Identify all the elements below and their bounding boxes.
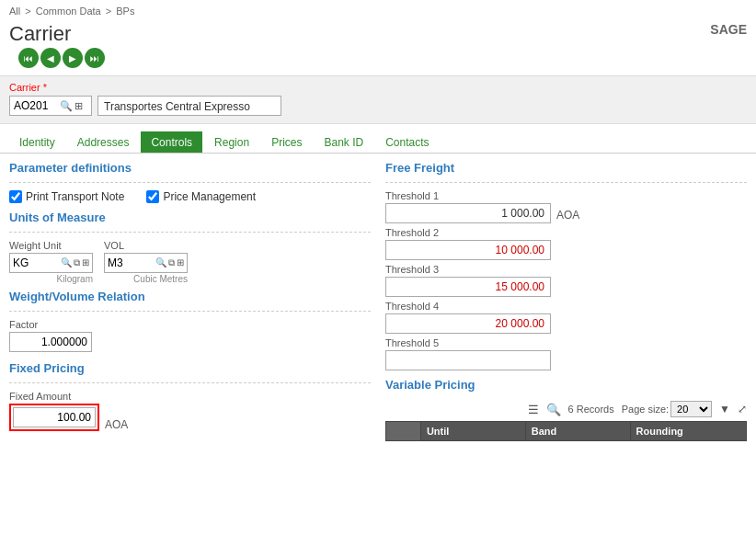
page-size-label: Page size: 20 50 100 bbox=[622, 401, 712, 417]
vp-col-until: Until bbox=[420, 422, 525, 441]
tab-addresses[interactable]: Addresses bbox=[67, 131, 140, 153]
search-icon[interactable]: 🔍 bbox=[60, 100, 73, 112]
units-field-row: Weight Unit 🔍 ⧉ ⊞ Kilogram VOL bbox=[9, 240, 371, 284]
nav-last-button[interactable]: ⏭ bbox=[85, 48, 105, 68]
fixed-amount-highlight bbox=[9, 404, 99, 431]
right-column: Free Freight Threshold 1 AOA Threshold 2… bbox=[385, 161, 747, 532]
list-view-icon[interactable]: ☰ bbox=[528, 403, 539, 416]
weight-unit-hint: Kilogram bbox=[9, 274, 93, 284]
threshold3-label: Threshold 3 bbox=[385, 264, 747, 275]
fixed-pricing-section-title: Fixed Pricing bbox=[9, 361, 371, 375]
print-transport-label: Print Transport Note bbox=[26, 190, 124, 203]
threshold4-input[interactable] bbox=[385, 313, 551, 334]
threshold3-group: Threshold 3 bbox=[385, 264, 747, 297]
tab-contacts[interactable]: Contacts bbox=[375, 131, 439, 153]
breadcrumb-all[interactable]: All bbox=[9, 6, 20, 17]
tabs: Identity Addresses Controls Region Price… bbox=[0, 124, 756, 154]
nav-prev-button[interactable]: ◀ bbox=[40, 48, 61, 68]
breadcrumb-common-data[interactable]: Common Data bbox=[36, 6, 101, 17]
vol-label: VOL bbox=[104, 240, 188, 251]
units-section-title: Units of Measure bbox=[9, 211, 371, 224]
tab-identity[interactable]: Identity bbox=[9, 131, 65, 153]
fixed-amount-label: Fixed Amount bbox=[9, 391, 371, 402]
price-management-label: Price Management bbox=[163, 190, 256, 203]
vol-input-box: 🔍 ⧉ ⊞ bbox=[104, 253, 188, 273]
sage-logo: SAGE bbox=[710, 22, 747, 37]
nav-buttons: ⏮ ◀ ▶ ⏭ bbox=[9, 46, 114, 74]
threshold1-input[interactable] bbox=[385, 203, 551, 223]
page-title: Carrier bbox=[9, 22, 114, 46]
threshold3-input[interactable] bbox=[385, 277, 551, 297]
threshold1-group: Threshold 1 AOA bbox=[385, 190, 747, 227]
breadcrumb-bps[interactable]: BPs bbox=[116, 6, 134, 17]
threshold1-label: Threshold 1 bbox=[385, 190, 747, 201]
tab-controls[interactable]: Controls bbox=[141, 131, 202, 153]
breadcrumb: All > Common Data > BPs bbox=[0, 0, 756, 18]
vol-input[interactable] bbox=[108, 256, 154, 269]
main-content: Parameter definitions Print Transport No… bbox=[0, 154, 756, 540]
param-section-title: Parameter definitions bbox=[9, 161, 371, 175]
threshold5-group: Threshold 5 bbox=[385, 337, 747, 370]
free-freight-section-title: Free Freight bbox=[385, 161, 747, 175]
price-management-checkbox[interactable] bbox=[146, 190, 159, 203]
carrier-inputs: 🔍 ⊞ Transportes Central Expresso bbox=[9, 96, 747, 116]
tab-bank-id[interactable]: Bank ID bbox=[314, 131, 373, 153]
variable-pricing-header: Variable Pricing bbox=[385, 378, 747, 397]
weight-unit-input-box: 🔍 ⧉ ⊞ bbox=[9, 253, 93, 273]
page-size-select[interactable]: 20 50 100 bbox=[670, 401, 712, 417]
threshold4-label: Threshold 4 bbox=[385, 301, 747, 312]
vp-col-checkbox bbox=[386, 422, 421, 441]
vp-col-rounding: Rounding bbox=[630, 422, 746, 441]
vol-edit-icon[interactable]: ⊞ bbox=[177, 257, 184, 268]
tab-prices[interactable]: Prices bbox=[261, 131, 312, 153]
vol-search-icon[interactable]: 🔍 bbox=[155, 257, 166, 268]
print-transport-checkbox[interactable] bbox=[9, 190, 22, 203]
nav-first-button[interactable]: ⏮ bbox=[18, 48, 39, 68]
variable-pricing-title: Variable Pricing bbox=[385, 378, 475, 392]
tab-region[interactable]: Region bbox=[204, 131, 259, 153]
carrier-name-display: Transportes Central Expresso bbox=[97, 96, 281, 116]
weight-unit-label: Weight Unit bbox=[9, 240, 93, 251]
edit-icon[interactable]: ⊞ bbox=[74, 100, 83, 112]
threshold2-input[interactable] bbox=[385, 240, 551, 260]
carrier-bar: Carrier * 🔍 ⊞ Transportes Central Expres… bbox=[0, 75, 756, 124]
expand-icon[interactable]: ⤢ bbox=[738, 403, 747, 416]
checkbox-row: Print Transport Note Price Management bbox=[9, 190, 371, 203]
page-header: Carrier ⏮ ◀ ▶ ⏭ SAGE bbox=[0, 18, 756, 75]
print-transport-checkbox-label[interactable]: Print Transport Note bbox=[9, 190, 124, 203]
vp-col-band: Band bbox=[525, 422, 630, 441]
fixed-amount-input[interactable] bbox=[13, 407, 96, 427]
weight-vol-section-title: Weight/Volume Relation bbox=[9, 290, 371, 303]
threshold1-currency: AOA bbox=[556, 209, 579, 222]
threshold5-input[interactable] bbox=[385, 350, 551, 370]
vp-search-icon[interactable]: 🔍 bbox=[546, 403, 561, 416]
variable-pricing-table: Until Band Rounding bbox=[385, 421, 747, 441]
nav-next-button[interactable]: ▶ bbox=[63, 48, 83, 68]
carrier-label: Carrier * bbox=[9, 82, 747, 93]
carrier-code-field: 🔍 ⊞ bbox=[9, 96, 92, 116]
factor-label: Factor bbox=[9, 319, 371, 330]
weight-search-icon[interactable]: 🔍 bbox=[61, 257, 72, 268]
chevron-down-icon[interactable]: ▼ bbox=[719, 403, 730, 416]
threshold2-label: Threshold 2 bbox=[385, 227, 747, 238]
weight-edit-icon[interactable]: ⊞ bbox=[82, 257, 89, 268]
vol-unit-hint: Cubic Metres bbox=[104, 274, 188, 284]
left-column: Parameter definitions Print Transport No… bbox=[9, 161, 371, 532]
vol-unit-group: VOL 🔍 ⧉ ⊞ Cubic Metres bbox=[104, 240, 188, 284]
vol-copy-icon[interactable]: ⧉ bbox=[168, 257, 175, 268]
records-info: 6 Records bbox=[568, 404, 614, 415]
weight-unit-group: Weight Unit 🔍 ⧉ ⊞ Kilogram bbox=[9, 240, 93, 284]
fixed-amount-row: AOA bbox=[9, 404, 371, 431]
weight-unit-input[interactable] bbox=[13, 256, 59, 269]
factor-input[interactable] bbox=[9, 332, 92, 352]
weight-copy-icon[interactable]: ⧉ bbox=[74, 257, 80, 268]
price-management-checkbox-label[interactable]: Price Management bbox=[146, 190, 256, 203]
carrier-code-input[interactable] bbox=[14, 99, 60, 112]
fixed-amount-currency: AOA bbox=[105, 418, 128, 431]
threshold2-group: Threshold 2 bbox=[385, 227, 747, 260]
threshold5-label: Threshold 5 bbox=[385, 337, 747, 348]
threshold4-group: Threshold 4 bbox=[385, 301, 747, 334]
